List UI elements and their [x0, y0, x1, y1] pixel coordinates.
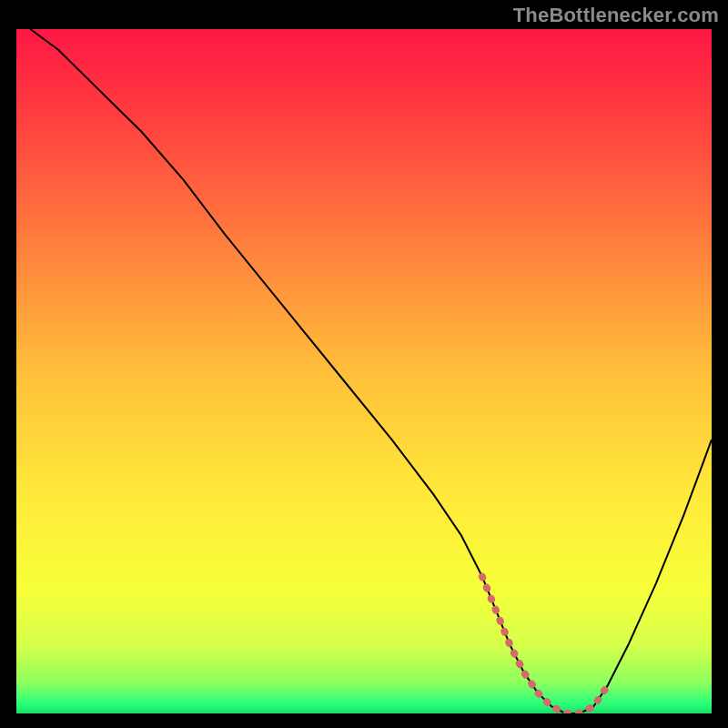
plot-area — [16, 29, 712, 713]
chart-frame: TheBottlenecker.com — [0, 0, 728, 728]
bottleneck-chart — [16, 29, 712, 713]
attribution-watermark: TheBottlenecker.com — [513, 4, 719, 27]
gradient-background — [16, 29, 712, 713]
